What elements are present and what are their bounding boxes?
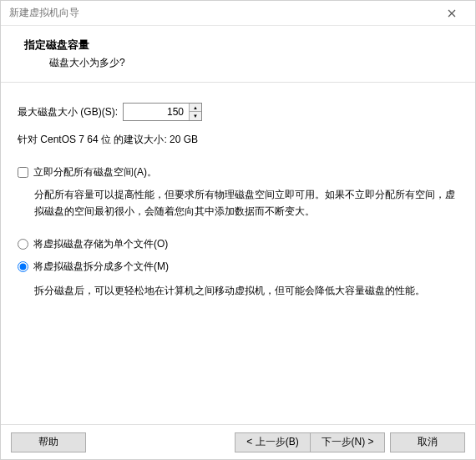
cancel-button[interactable]: 取消 — [390, 432, 465, 452]
page-subtitle: 磁盘大小为多少? — [24, 56, 452, 70]
disk-size-spinner: ▲ ▼ — [123, 103, 202, 121]
spinner-down-button[interactable]: ▼ — [190, 112, 201, 120]
store-single-row: 将虚拟磁盘存储为单个文件(O) — [18, 237, 458, 251]
back-button[interactable]: < 上一步(B) — [235, 432, 310, 452]
allocate-now-desc: 分配所有容量可以提高性能，但要求所有物理磁盘空间立即可用。如果不立即分配所有空间… — [18, 186, 458, 220]
back-next-group: < 上一步(B) 下一步(N) > — [235, 432, 385, 452]
spinner-buttons: ▲ ▼ — [189, 104, 201, 120]
disk-size-input[interactable] — [124, 104, 189, 120]
allocate-now-label[interactable]: 立即分配所有磁盘空间(A)。 — [33, 165, 157, 179]
store-single-radio[interactable] — [18, 239, 28, 250]
store-split-row: 将虚拟磁盘拆分成多个文件(M) — [18, 260, 458, 274]
content-area: 最大磁盘大小 (GB)(S): ▲ ▼ 针对 CentOS 7 64 位 的建议… — [1, 83, 475, 424]
allocate-now-row: 立即分配所有磁盘空间(A)。 — [18, 165, 458, 179]
page-title: 指定磁盘容量 — [24, 38, 452, 53]
help-button[interactable]: 帮助 — [11, 432, 86, 452]
disk-size-label: 最大磁盘大小 (GB)(S): — [18, 105, 118, 119]
recommended-size: 针对 CentOS 7 64 位 的建议大小: 20 GB — [18, 133, 458, 147]
next-button[interactable]: 下一步(N) > — [310, 432, 385, 452]
spinner-up-button[interactable]: ▲ — [190, 104, 201, 112]
disk-size-row: 最大磁盘大小 (GB)(S): ▲ ▼ — [18, 103, 458, 121]
wizard-window: 新建虚拟机向导 指定磁盘容量 磁盘大小为多少? 最大磁盘大小 (GB)(S): … — [0, 0, 476, 460]
window-title: 新建虚拟机向导 — [9, 6, 79, 20]
titlebar: 新建虚拟机向导 — [1, 1, 475, 26]
close-icon — [448, 9, 456, 18]
store-split-label[interactable]: 将虚拟磁盘拆分成多个文件(M) — [33, 260, 169, 274]
footer: 帮助 < 上一步(B) 下一步(N) > 取消 — [1, 424, 475, 459]
store-split-radio[interactable] — [18, 261, 28, 272]
close-button[interactable] — [435, 3, 468, 24]
store-single-label[interactable]: 将虚拟磁盘存储为单个文件(O) — [33, 237, 168, 251]
wizard-header: 指定磁盘容量 磁盘大小为多少? — [1, 26, 475, 83]
allocate-now-checkbox[interactable] — [18, 167, 28, 178]
store-split-desc: 拆分磁盘后，可以更轻松地在计算机之间移动虚拟机，但可能会降低大容量磁盘的性能。 — [18, 282, 458, 299]
